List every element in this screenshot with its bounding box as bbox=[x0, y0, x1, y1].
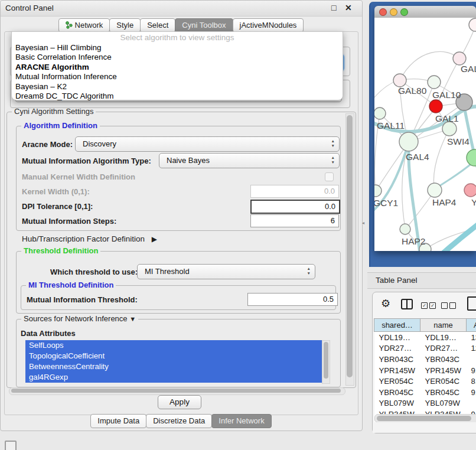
mi-threshold-field[interactable]: 0.5 bbox=[247, 293, 338, 306]
scrollbar-thumb[interactable] bbox=[324, 342, 328, 379]
table-row[interactable]: YER054CYER054C8. bbox=[374, 376, 476, 387]
tab-infer-network[interactable]: Infer Network bbox=[211, 414, 271, 428]
table-row[interactable]: YDR27…YDR27…12 bbox=[374, 343, 476, 354]
tab-jactivemnodules[interactable]: jActiveMNodules bbox=[233, 18, 304, 32]
cell: YDL19… bbox=[420, 332, 467, 343]
cell: YBL079W bbox=[420, 398, 467, 409]
select-all-icon[interactable]: ✓✓ bbox=[421, 301, 438, 309]
groupbox-title: MI Threshold Definition bbox=[26, 281, 116, 289]
tab-discretize-data[interactable]: Discretize Data bbox=[146, 414, 212, 428]
data-attributes-list[interactable]: SelfLoops TopologicalCoefficient Between… bbox=[25, 340, 322, 383]
algorithm-option[interactable]: Dream8 DC_TDC Algorithm bbox=[15, 92, 343, 101]
network-canvas[interactable]: GAL80 GAL10 GAL1 SWI4 GAL11 GAL4 GCY1 HA… bbox=[374, 18, 476, 251]
tab-style[interactable]: Style bbox=[109, 18, 141, 32]
column-header[interactable]: A bbox=[467, 319, 476, 332]
network-node-gal4[interactable] bbox=[399, 132, 418, 151]
tab-select[interactable]: Select bbox=[140, 18, 175, 32]
network-node[interactable] bbox=[428, 183, 442, 197]
cell bbox=[467, 354, 476, 365]
zoom-traffic-light[interactable] bbox=[400, 8, 408, 16]
deselect-all-icon[interactable] bbox=[441, 301, 458, 309]
network-node[interactable] bbox=[469, 18, 476, 31]
mi-algorithm-type-combobox[interactable]: Naive Bayes ▲▼ bbox=[159, 153, 340, 168]
column-header[interactable]: name bbox=[420, 319, 467, 332]
network-node[interactable] bbox=[453, 52, 466, 65]
network-node[interactable] bbox=[428, 76, 441, 89]
aracne-mode-combobox[interactable]: Discovery ▲▼ bbox=[75, 136, 340, 152]
divider bbox=[406, 300, 407, 308]
table-row[interactable]: YBR043CYBR043C bbox=[374, 354, 476, 365]
cell: YPR145W bbox=[374, 365, 420, 376]
float-panel-icon[interactable]: □ bbox=[331, 3, 336, 12]
attribute-item-selected[interactable]: TopologicalCoefficient bbox=[25, 351, 322, 361]
attributes-vertical-scrollbar[interactable] bbox=[322, 340, 330, 384]
node-label: GAL10 bbox=[432, 90, 461, 100]
network-node[interactable] bbox=[400, 224, 410, 234]
close-panel-icon[interactable]: ✕ bbox=[345, 3, 352, 12]
attribute-item-selected[interactable]: gal4RGexp bbox=[25, 372, 322, 383]
hub-definition-section[interactable]: Hub/Transcription Factor Definition ▶ bbox=[22, 234, 157, 243]
tab-label: jActiveMNodules bbox=[240, 21, 297, 30]
tab-network[interactable]: Network bbox=[58, 18, 110, 32]
attribute-item-selected[interactable]: BetweennessCentrality bbox=[25, 361, 322, 372]
network-node[interactable] bbox=[374, 107, 386, 119]
scrollbar-thumb[interactable] bbox=[377, 416, 471, 421]
attribute-item-selected[interactable]: SelfLoops bbox=[25, 340, 322, 351]
network-node[interactable] bbox=[393, 74, 406, 87]
node-label: SWI4 bbox=[447, 136, 470, 146]
cell: 13 bbox=[467, 332, 476, 343]
network-graph: GAL80 GAL10 GAL1 SWI4 GAL11 GAL4 GCY1 HA… bbox=[374, 18, 476, 251]
gear-icon[interactable]: ⚙ bbox=[381, 297, 390, 310]
sources-title: Sources for Network Inference bbox=[24, 314, 128, 323]
cell: YPR145W bbox=[420, 365, 467, 376]
expand-arrow-icon[interactable]: ▼ bbox=[129, 315, 136, 322]
algorithm-option-selected[interactable]: ARACNE Algorithm bbox=[15, 63, 343, 72]
combobox-value: MI Threshold bbox=[145, 267, 190, 276]
network-node[interactable] bbox=[467, 149, 476, 166]
table-header-row: shared… name A bbox=[374, 319, 476, 332]
table-row[interactable]: YDL19…YDL19…13 bbox=[374, 332, 476, 343]
kernel-width-field[interactable]: 0.0 bbox=[250, 185, 339, 198]
groupbox-title: Algorithm Definition bbox=[21, 121, 100, 130]
manual-kernel-checkbox[interactable] bbox=[325, 172, 334, 181]
settings-vertical-scrollbar[interactable] bbox=[345, 113, 354, 386]
tab-cyni-toolbox[interactable]: Cyni Toolbox bbox=[175, 18, 233, 32]
table-row[interactable]: YBL079WYBL079W bbox=[374, 398, 476, 409]
scrollbar-thumb[interactable] bbox=[11, 389, 341, 393]
table-row[interactable]: YBR045CYBR045C9. bbox=[374, 387, 476, 398]
network-icon bbox=[66, 21, 73, 29]
settings-horizontal-scrollbar[interactable] bbox=[9, 387, 345, 395]
table-row[interactable]: YPR145WYPR145W9. bbox=[374, 365, 476, 376]
network-node[interactable] bbox=[442, 122, 457, 136]
network-node-gal1[interactable] bbox=[429, 100, 442, 113]
splitpane-collapse-icon[interactable]: ◂ bbox=[362, 220, 364, 226]
column-header[interactable]: shared… bbox=[374, 319, 420, 332]
dpi-tolerance-field[interactable]: 0.0 bbox=[250, 200, 340, 214]
tab-impute-data[interactable]: Impute Data bbox=[90, 414, 146, 428]
minimize-traffic-light[interactable] bbox=[390, 8, 397, 16]
which-threshold-combobox[interactable]: MI Threshold ▲▼ bbox=[137, 264, 315, 279]
control-panel: Control Panel □ ✕ Network Style Select C… bbox=[0, 0, 363, 431]
scrollbar-thumb[interactable] bbox=[347, 115, 353, 377]
network-node[interactable] bbox=[464, 184, 476, 197]
cell bbox=[467, 398, 476, 409]
function-icon[interactable] bbox=[467, 296, 476, 311]
algorithm-option[interactable]: Bayesian – K2 bbox=[15, 82, 343, 92]
close-traffic-light[interactable] bbox=[379, 8, 387, 16]
algorithm-option[interactable]: Basic Correlation Inference bbox=[15, 53, 343, 62]
table-horizontal-scrollbar[interactable] bbox=[374, 414, 476, 423]
stepper-arrows-icon: ▲▼ bbox=[307, 266, 311, 276]
split-columns-icon[interactable] bbox=[401, 299, 413, 309]
mi-steps-field[interactable]: 6 bbox=[250, 214, 339, 227]
groupbox-title: Sources for Network Inference ▼ bbox=[21, 314, 138, 323]
network-window-titlebar[interactable] bbox=[374, 6, 476, 18]
collapse-arrow-icon[interactable]: ▶ bbox=[152, 235, 157, 243]
network-nodes[interactable] bbox=[374, 18, 476, 251]
node-label: GAL4 bbox=[406, 152, 429, 162]
collapsed-panel-icon[interactable] bbox=[5, 441, 17, 450]
algorithm-option[interactable]: Bayesian – Hill Climbing bbox=[15, 43, 343, 53]
node-label: GAL1 bbox=[435, 113, 459, 123]
network-node[interactable] bbox=[374, 185, 382, 197]
algorithm-option[interactable]: Mutual Information Inference bbox=[15, 72, 343, 81]
apply-button[interactable]: Apply bbox=[158, 395, 201, 409]
